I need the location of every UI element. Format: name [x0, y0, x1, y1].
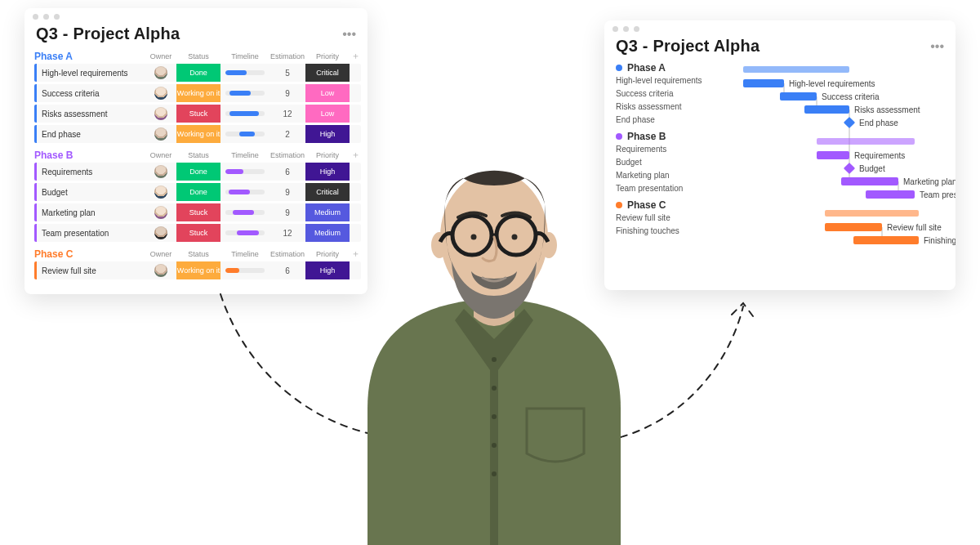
gantt-phase-label[interactable]: Phase A — [616, 62, 730, 74]
priority-cell[interactable]: Critical — [305, 64, 350, 82]
gantt-task-label[interactable]: Marketing plan — [616, 168, 730, 181]
gantt-task-label[interactable]: Success criteria — [616, 87, 730, 100]
table-row[interactable]: Success criteriaWorking on it9Low — [34, 84, 361, 102]
gantt-bar[interactable] — [841, 177, 898, 185]
gantt-phase-label[interactable]: Phase B — [616, 131, 730, 142]
table-row[interactable]: RequirementsDone6High — [34, 163, 361, 181]
priority-cell[interactable]: High — [305, 125, 350, 143]
owner-cell[interactable] — [145, 206, 176, 219]
estimation-cell[interactable]: 9 — [270, 89, 305, 98]
owner-cell[interactable] — [145, 226, 176, 239]
priority-cell[interactable]: High — [305, 163, 350, 181]
estimation-cell[interactable]: 2 — [270, 130, 305, 139]
gantt-task-label[interactable]: End phase — [616, 113, 730, 126]
gantt-bar[interactable] — [780, 92, 817, 101]
gantt-task-label[interactable]: Review full site — [616, 211, 730, 224]
phase-dot-icon — [616, 133, 622, 140]
priority-cell[interactable]: Critical — [305, 183, 350, 201]
gantt-task-label[interactable]: Risks assessment — [616, 100, 730, 113]
estimation-cell[interactable]: 9 — [270, 208, 305, 217]
milestone-icon[interactable] — [844, 163, 855, 174]
status-cell[interactable]: Done — [176, 183, 220, 201]
status-cell[interactable]: Stuck — [176, 105, 220, 123]
status-cell[interactable]: Working on it — [176, 125, 220, 143]
estimation-cell[interactable]: 12 — [270, 229, 305, 238]
status-cell[interactable]: Done — [176, 163, 220, 181]
timeline-cell[interactable] — [220, 203, 270, 221]
item-name[interactable]: Success criteria — [34, 84, 145, 102]
gantt-bar-label: Review full site — [887, 223, 942, 232]
table-row[interactable]: High-level requirementsDone5Critical — [34, 64, 361, 82]
status-cell[interactable]: Done — [176, 64, 220, 82]
status-cell[interactable]: Stuck — [176, 224, 220, 242]
owner-cell[interactable] — [145, 165, 176, 178]
status-cell[interactable]: Stuck — [176, 203, 220, 221]
item-name[interactable]: Team presentation — [34, 224, 145, 242]
gantt-chart[interactable]: High-level requirementsSuccess criteriaR… — [735, 62, 947, 250]
item-name[interactable]: End phase — [34, 125, 145, 143]
more-icon[interactable]: ••• — [930, 39, 944, 54]
group-name[interactable]: Phase C — [34, 248, 145, 260]
owner-cell[interactable] — [145, 185, 176, 199]
owner-cell[interactable] — [145, 127, 176, 141]
item-name[interactable]: Requirements — [34, 163, 145, 181]
gantt-bar[interactable] — [817, 151, 849, 159]
gantt-bar[interactable] — [743, 79, 784, 87]
gantt-task-label[interactable]: Finishing touches — [616, 224, 730, 237]
gantt-bar[interactable] — [804, 105, 849, 114]
timeline-cell[interactable] — [220, 64, 270, 82]
estimation-cell[interactable]: 12 — [270, 109, 305, 118]
group-name[interactable]: Phase A — [34, 51, 145, 62]
status-cell[interactable]: Working on it — [176, 84, 220, 102]
gantt-phase-label[interactable]: Phase C — [616, 199, 730, 211]
estimation-cell[interactable]: 6 — [270, 266, 305, 275]
priority-cell[interactable]: Low — [305, 105, 350, 123]
group-name[interactable]: Phase B — [34, 150, 145, 161]
table-row[interactable]: Review full siteWorking on it6High — [34, 261, 361, 279]
item-name[interactable]: Review full site — [34, 261, 145, 279]
owner-cell[interactable] — [145, 107, 176, 120]
estimation-cell[interactable]: 9 — [270, 188, 305, 197]
priority-cell[interactable]: Medium — [305, 203, 350, 221]
item-name[interactable]: Risks assessment — [34, 105, 145, 123]
gantt-bar[interactable] — [853, 236, 919, 244]
timeline-cell[interactable] — [220, 84, 270, 102]
table-row[interactable]: End phaseWorking on it2High — [34, 125, 361, 143]
table-row[interactable]: Team presentationStuck12Medium — [34, 224, 361, 242]
avatar — [154, 127, 167, 141]
item-name[interactable]: High-level requirements — [34, 64, 145, 82]
gantt-task-label[interactable]: Requirements — [616, 142, 730, 155]
add-column-icon[interactable]: ＋ — [350, 50, 361, 62]
table-row[interactable]: Marketing planStuck9Medium — [34, 203, 361, 221]
timeline-cell[interactable] — [220, 261, 270, 279]
priority-cell[interactable]: Medium — [305, 224, 350, 242]
timeline-cell[interactable] — [220, 105, 270, 123]
gantt-bar[interactable] — [866, 190, 915, 199]
timeline-cell[interactable] — [220, 125, 270, 143]
owner-cell[interactable] — [145, 264, 176, 277]
gantt-task-label[interactable]: Budget — [616, 155, 730, 168]
board-title: Q3 - Project Alpha — [616, 37, 760, 56]
priority-cell[interactable]: High — [305, 261, 350, 279]
table-row[interactable]: Risks assessmentStuck12Low — [34, 105, 361, 123]
gantt-bar-label: Budget — [859, 164, 885, 173]
more-icon[interactable]: ••• — [342, 27, 356, 42]
gantt-task-label[interactable]: High-level requirements — [616, 74, 730, 87]
priority-cell[interactable]: Low — [305, 84, 350, 102]
status-cell[interactable]: Working on it — [176, 261, 220, 279]
item-name[interactable]: Marketing plan — [34, 203, 145, 221]
milestone-icon[interactable] — [844, 117, 855, 128]
item-name[interactable]: Budget — [34, 183, 145, 201]
estimation-cell[interactable]: 5 — [270, 69, 305, 78]
gantt-task-label[interactable]: Team presentation — [616, 181, 730, 194]
table-row[interactable]: BudgetDone9Critical — [34, 183, 361, 201]
timeline-cell[interactable] — [220, 163, 270, 181]
timeline-cell[interactable] — [220, 183, 270, 201]
owner-cell[interactable] — [145, 87, 176, 100]
add-column-icon[interactable]: ＋ — [350, 248, 361, 260]
estimation-cell[interactable]: 6 — [270, 168, 305, 176]
gantt-bar[interactable] — [825, 223, 882, 231]
add-column-icon[interactable]: ＋ — [350, 149, 361, 161]
timeline-cell[interactable] — [220, 224, 270, 242]
owner-cell[interactable] — [145, 66, 176, 79]
